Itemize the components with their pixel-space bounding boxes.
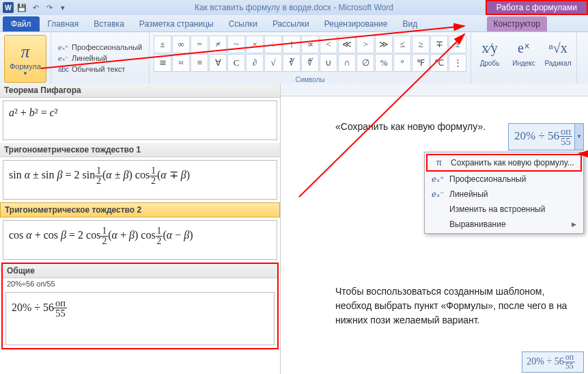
symbol-button[interactable]: ≅ [154, 54, 171, 72]
struct-fraction[interactable]: x⁄yДробь [475, 36, 504, 67]
symbol-button[interactable]: ≥ [412, 36, 430, 53]
symbol-button[interactable]: ∂ [246, 54, 264, 72]
menu-professional[interactable]: ℯₓ⁺Профессиональный [426, 172, 582, 187]
symbol-button[interactable]: < [320, 36, 337, 53]
symbol-button[interactable]: ~ [227, 36, 245, 53]
struct-index[interactable]: eˣИндекс [509, 36, 538, 67]
gallery-heading-pythagoras: Теорема Пифагора [0, 83, 280, 98]
symbol-button[interactable]: ± [154, 36, 171, 53]
pi-icon: π [433, 158, 445, 168]
equation-object-bottom[interactable]: 20% ÷ 56оп55 [522, 351, 584, 373]
symbol-button[interactable]: ∅ [356, 54, 374, 72]
tab-constructor[interactable]: Конструктор [487, 16, 547, 31]
lin-icon: ℯₓ⁻ [432, 189, 444, 199]
tab-home[interactable]: Главная [41, 16, 86, 31]
document-area: «Сохранить как новую формулу». 20% ÷ 56о… [281, 83, 588, 374]
symbol-grid: ± ∞ = ≠ ~ × ÷ ! ∝ < ≪ > ≫ ≤ ≥ ∓ ± ≅ ≈ ≡ … [154, 34, 466, 74]
pi-icon: π [20, 42, 29, 62]
symbol-button[interactable]: ≈ [172, 54, 190, 72]
symbol-button[interactable]: ° [393, 54, 411, 72]
redo-icon[interactable]: ↷ [44, 2, 55, 13]
tab-review[interactable]: Рецензирование [318, 16, 395, 31]
horizontal-ruler[interactable] [281, 83, 588, 96]
symbol-button[interactable]: % [375, 54, 393, 72]
tab-references[interactable]: Ссылки [222, 16, 264, 31]
tab-layout[interactable]: Разметка страницы [132, 16, 221, 31]
symbol-button[interactable]: ! [283, 36, 300, 53]
undo-icon[interactable]: ↶ [30, 2, 41, 13]
save-icon[interactable]: 💾 [16, 2, 27, 13]
abc-icon: abc [58, 64, 69, 74]
ribbon-group-formula: π Формула ▼ [0, 32, 51, 84]
symbol-button[interactable]: ≠ [209, 36, 227, 53]
context-menu: πСохранить как новую формулу... ℯₓ⁺Профе… [424, 152, 584, 234]
format-professional[interactable]: ℯₓ⁺Профессиональный [58, 42, 142, 52]
tab-insert[interactable]: Вставка [87, 16, 131, 31]
symbol-button[interactable]: ≫ [375, 36, 393, 53]
equation-dropdown-icon[interactable]: ▼ [574, 124, 583, 150]
symbol-button[interactable]: ∛ [283, 54, 300, 72]
workspace: Теорема Пифагора a² + b² = c² Тригономет… [0, 83, 588, 374]
equation-object[interactable]: 20% ÷ 56оп55 ▼ [508, 123, 584, 150]
ribbon-group-format: ℯₓ⁺Профессиональный ℯₓ⁻Линейный abcОбычн… [51, 32, 150, 84]
prof-icon: ℯₓ⁺ [432, 174, 444, 184]
tab-view[interactable]: Вид [395, 16, 424, 31]
title-bar: W 💾 ↶ ↷ ▾ Как вставить формулу в ворде.d… [0, 0, 588, 15]
quick-access-toolbar: W 💾 ↶ ↷ ▾ [0, 2, 68, 13]
symbol-button[interactable]: ± [449, 36, 466, 53]
tab-file[interactable]: Файл [3, 16, 40, 31]
qat-dropdown-icon[interactable]: ▾ [57, 2, 68, 13]
symbol-button[interactable]: ≤ [393, 36, 411, 53]
symbol-button[interactable]: ∝ [301, 36, 319, 53]
symbol-button[interactable]: ∀ [209, 54, 227, 72]
menu-alignment[interactable]: Выравнивание▶ [426, 217, 582, 232]
menu-save-as-new-formula[interactable]: πСохранить как новую формулу... [426, 154, 582, 172]
gallery-item[interactable]: a² + b² = c² [3, 101, 277, 140]
struct-radical[interactable]: ⁿ√xРадикал [544, 36, 572, 67]
symbol-button[interactable]: ∩ [338, 54, 356, 72]
ribbon-group-symbols: ± ∞ = ≠ ~ × ÷ ! ∝ < ≪ > ≫ ≤ ≥ ∓ ± ≅ ≈ ≡ … [150, 32, 471, 84]
symbol-button[interactable]: ∞ [172, 36, 190, 53]
symbol-button[interactable]: C [227, 54, 245, 72]
gallery-heading-trig1: Тригонометрическое тождество 1 [0, 143, 280, 157]
gallery-heading-trig2: Тригонометрическое тождество 2 [0, 202, 280, 217]
word-app-icon[interactable]: W [3, 2, 14, 13]
symbol-button[interactable]: ∪ [320, 54, 337, 72]
lin-icon: ℯₓ⁻ [58, 53, 69, 63]
symbol-button[interactable]: × [246, 36, 264, 53]
symbol-button[interactable]: ∜ [301, 54, 319, 72]
index-icon: eˣ [518, 36, 530, 59]
gallery-subtitle: 20%÷56 оп/55 [3, 278, 277, 289]
document-body-lower[interactable]: Чтобы воспользоваться созданным шаблоном… [281, 261, 588, 351]
symbol-button[interactable]: ℉ [412, 54, 430, 72]
chevron-down-icon: ▼ [23, 70, 28, 77]
prof-icon: ℯₓ⁺ [58, 42, 69, 52]
fraction-icon: x⁄y [481, 36, 497, 59]
ribbon-tabs: Файл Главная Вставка Разметка страницы С… [0, 15, 588, 32]
symbols-group-label: Символы [150, 76, 471, 83]
symbol-button[interactable]: ÷ [264, 36, 282, 53]
symbol-button[interactable]: = [191, 36, 208, 53]
format-plain[interactable]: abcОбычный текст [58, 64, 142, 74]
symbol-button[interactable]: √ [264, 54, 282, 72]
menu-linear[interactable]: ℯₓ⁻Линейный [426, 187, 582, 202]
symbol-button[interactable]: ∓ [430, 36, 448, 53]
formula-button[interactable]: π Формула ▼ [4, 35, 46, 83]
equation-gallery: Теорема Пифагора a² + b² = c² Тригономет… [0, 83, 281, 374]
symbol-button[interactable]: ≡ [191, 54, 208, 72]
menu-change-to-builtin[interactable]: Изменить на встроенный [426, 202, 582, 217]
format-linear[interactable]: ℯₓ⁻Линейный [58, 53, 142, 63]
radical-icon: ⁿ√x [548, 36, 567, 59]
gallery-heading-general: Общие [3, 264, 277, 278]
gallery-item[interactable]: sin α ± sin β = 2 sin12(α ± β) cos12(α ∓… [3, 160, 277, 200]
highlight-box: Общие 20%÷56 оп/55 20% ÷ 56оп55 [1, 263, 279, 349]
tab-mailings[interactable]: Рассылки [266, 16, 316, 31]
symbol-button[interactable]: ℃ [430, 54, 448, 72]
gallery-item[interactable]: cos α + cos β = 2 cos12(α + β) cos12(α −… [3, 220, 277, 260]
symbol-button[interactable]: > [356, 36, 374, 53]
gallery-item[interactable]: 20% ÷ 56оп55 [5, 292, 275, 345]
contextual-tab-label: Работа с формулами [486, 0, 588, 15]
chevron-right-icon: ▶ [572, 221, 576, 228]
symbol-button[interactable]: ≪ [338, 36, 356, 53]
symbol-button[interactable]: ⋮ [449, 54, 466, 72]
